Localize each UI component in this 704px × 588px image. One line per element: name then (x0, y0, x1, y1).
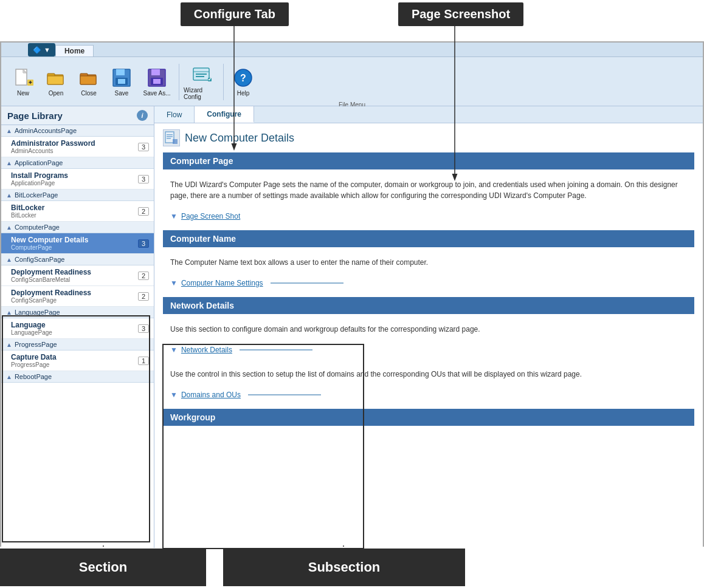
sidebar-item-subtitle: ProgressPage (11, 361, 138, 368)
svg-rect-19 (118, 79, 125, 84)
svg-rect-33 (167, 134, 173, 135)
svg-text:✦: ✦ (28, 80, 33, 86)
chevron-down-icon: ▼ (170, 346, 178, 354)
tab-home[interactable]: Home (55, 45, 94, 56)
group-label-bitlockerpage: BitLockerPage (15, 191, 58, 199)
sidebar-item-badge: 2 (138, 272, 149, 280)
svg-rect-34 (167, 136, 173, 137)
configure-tab-annotation: Configure Tab (181, 2, 289, 26)
group-arrow-icon: ▲ (6, 341, 12, 348)
sidebar-item-title: Capture Data (11, 353, 138, 361)
save-icon (111, 67, 133, 89)
app-menu-button[interactable]: 🔷▼ (28, 43, 55, 56)
sidebar-title: Page Library (7, 111, 63, 121)
sidebar-item-subtitle: BitLocker (11, 212, 138, 219)
sidebar-item-badge: 3 (138, 239, 149, 248)
subsection-page-screenshot[interactable]: ▼ Page Screen Shot (163, 208, 694, 224)
section-computer-page: Computer Page (163, 152, 694, 169)
ribbon: 🔷▼ Home ✦ New (1, 43, 703, 106)
sidebar-item-subtitle: ConfigScanBareMetal (11, 276, 138, 283)
sidebar-item-badge: 2 (138, 292, 149, 301)
wizard-icon: ✔ (190, 64, 212, 86)
pane-content: New Computer Details Computer Page The U… (154, 123, 703, 548)
group-arrow-icon: ▲ (6, 256, 12, 263)
group-label-computerpage: ComputerPage (15, 224, 60, 231)
svg-rect-36 (173, 139, 178, 144)
sidebar: Page Library i ▲ AdminAccountsPage Admin… (1, 106, 154, 548)
close-label: Close (81, 90, 97, 97)
subsection-computer-name-settings[interactable]: ▼ Computer Name Settings (163, 275, 694, 291)
save-button[interactable]: Save (106, 61, 137, 103)
group-label-configscanpage: ConfigScanPage (15, 256, 65, 263)
subsection-domains-and-ous[interactable]: ▼ Domains and OUs (163, 387, 694, 403)
group-arrow-icon: ▲ (6, 192, 12, 199)
sidebar-item-title: New Computer Details (11, 236, 138, 244)
sidebar-item-subtitle: AdminAccounts (11, 148, 138, 154)
ribbon-divider (179, 64, 179, 100)
group-arrow-icon: ▲ (6, 128, 12, 134)
svg-text:✔: ✔ (208, 77, 212, 82)
sidebar-item-capture-data[interactable]: Capture Data ProgressPage 1 (1, 350, 154, 371)
sidebar-item-bitlocker[interactable]: BitLocker BitLocker 2 (1, 201, 154, 222)
group-arrow-icon: ▲ (6, 160, 12, 166)
subsection-link-text: Computer Name Settings (181, 279, 263, 287)
page-screenshot-annotation: Page Screenshot (398, 2, 523, 26)
sidebar-group-adminaccountspage: ▲ AdminAccountsPage (1, 125, 154, 137)
svg-rect-17 (116, 69, 125, 75)
chevron-down-icon: ▼ (170, 391, 178, 399)
sidebar-group-rebootpage: ▲ RebootPage (1, 371, 154, 383)
subsection-link-text: Domains and OUs (181, 391, 241, 399)
sidebar-item-title: Language (11, 321, 138, 329)
sidebar-item-title: BitLocker (11, 203, 138, 212)
sidebar-item-install-programs[interactable]: Install Programs ApplicationPage 3 (1, 169, 154, 190)
group-arrow-icon: ▲ (6, 224, 12, 231)
new-button[interactable]: ✦ New (7, 61, 39, 103)
tab-configure[interactable]: Configure (195, 106, 254, 123)
wizard-config-button[interactable]: ✔ Wizard Config (183, 61, 219, 103)
sidebar-item-new-computer-details[interactable]: New Computer Details ComputerPage 3 (1, 233, 154, 254)
svg-rect-35 (167, 138, 171, 139)
sidebar-group-bitlockerpage: ▲ BitLockerPage (1, 190, 154, 201)
sidebar-group-languagepage: ▲ LanguagePage (1, 307, 154, 318)
section-annotation: Section (0, 549, 206, 586)
section-computer-page-body: The UDI Wizard's Computer Page sets the … (163, 174, 694, 206)
help-button[interactable]: ? Help (227, 61, 259, 103)
section-network-details-body: Use this section to configure domain and… (163, 319, 694, 340)
close-icon (78, 67, 100, 89)
svg-rect-23 (153, 79, 160, 84)
ribbon-divider-2 (223, 64, 224, 100)
saveas-button[interactable]: Save As... (139, 61, 175, 103)
svg-rect-32 (165, 132, 174, 143)
right-pane: Flow Configure New (154, 106, 703, 548)
section-workgroup: Workgroup (163, 409, 694, 426)
svg-rect-15 (80, 76, 96, 84)
sidebar-item-badge: 3 (138, 175, 149, 183)
sidebar-item-deployment-readiness-1[interactable]: Deployment Readiness ConfigScanBareMetal… (1, 265, 154, 286)
page-title-bar: New Computer Details (163, 129, 694, 146)
section-computer-name-body: The Computer Name text box allows a user… (163, 252, 694, 273)
sidebar-item-subtitle: ConfigScanPage (11, 297, 138, 304)
sidebar-item-badge: 3 (138, 324, 149, 333)
subsection-line (240, 349, 312, 350)
sidebar-item-subtitle: ComputerPage (11, 244, 138, 251)
open-icon (45, 67, 67, 89)
subsection-network-details[interactable]: ▼ Network Details (163, 342, 694, 358)
sidebar-list: ▲ AdminAccountsPage Administrator Passwo… (1, 125, 154, 548)
saveas-label: Save As... (143, 90, 170, 97)
sidebar-item-subtitle: LanguagePage (11, 329, 138, 336)
svg-text:?: ? (240, 73, 246, 83)
open-button[interactable]: Open (40, 61, 72, 103)
group-arrow-icon: ▲ (6, 309, 12, 316)
sidebar-item-deployment-readiness-2[interactable]: Deployment Readiness ConfigScanPage 2 (1, 286, 154, 307)
close-button[interactable]: Close (73, 61, 105, 103)
sidebar-item-language[interactable]: Language LanguagePage 3 (1, 318, 154, 339)
sidebar-group-configscanpage: ▲ ConfigScanPage (1, 254, 154, 265)
sidebar-item-administrator-password[interactable]: Administrator Password AdminAccounts 3 (1, 137, 154, 157)
info-icon[interactable]: i (137, 110, 148, 121)
sidebar-header: Page Library i (1, 106, 154, 125)
sidebar-group-applicationpage: ▲ ApplicationPage (1, 157, 154, 169)
open-label: Open (49, 90, 63, 97)
help-label: Help (237, 90, 250, 97)
tab-flow[interactable]: Flow (154, 106, 195, 123)
help-icon: ? (232, 67, 254, 89)
